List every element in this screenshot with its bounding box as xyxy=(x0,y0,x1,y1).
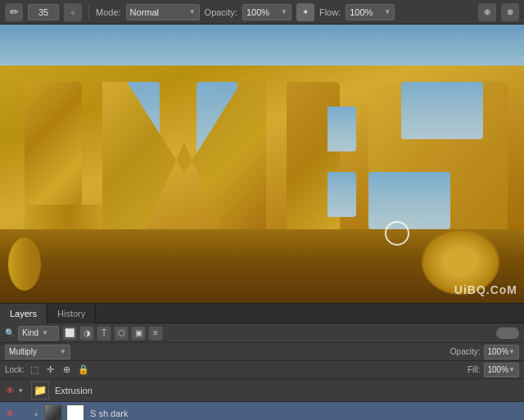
s-sh-dark-thumb xyxy=(44,404,62,421)
lock-position-icon[interactable]: ✛ xyxy=(44,364,57,377)
s-sh-dark-visibility-icon[interactable]: 👁 xyxy=(3,407,16,420)
layer-filter-row: 🔍 Kind ▼ ⬜ ◑ T ⬡ ▣ ≡ xyxy=(0,323,524,343)
layers-list: 👁 ▾ 📁 Extrusion 👁 ⇣ S sh dark 👁 ⇣ xyxy=(0,379,524,420)
lock-label: Lock: xyxy=(5,365,25,374)
blend-mode-chevron-icon: ▼ xyxy=(60,348,66,355)
opacity-chevron-icon: ▼ xyxy=(281,8,287,16)
fill-label: Fill: xyxy=(468,365,481,374)
smart-filter-icon[interactable]: ▣ xyxy=(131,326,146,341)
extrusion-group-name: Extrusion xyxy=(52,386,521,395)
kind-filter-label: Kind xyxy=(22,328,38,337)
folder-icon: 📁 xyxy=(34,384,47,396)
e-cutout-bottom xyxy=(328,172,356,217)
brush-tool-icon[interactable]: ✏ xyxy=(5,3,23,21)
shape-filter-icon[interactable]: ⬡ xyxy=(114,326,129,341)
layer-blend-row: Multiply ▼ Opacity: 100% ▼ xyxy=(0,343,524,361)
filter-icons-group: ⬜ ◑ T ⬡ ▣ ≡ xyxy=(62,326,163,341)
mode-chevron-icon: ▼ xyxy=(189,8,196,16)
opacity-label: Opacity: xyxy=(205,7,237,17)
tab-history-label: History xyxy=(57,309,85,318)
tab-history[interactable]: History xyxy=(47,304,96,323)
s-cutout-top xyxy=(401,82,483,139)
watermark: UiBQ.CoM xyxy=(454,283,517,296)
layers-panel: Layers History 🔍 Kind ▼ ⬜ ◑ T ⬡ ▣ ≡ Mult… xyxy=(0,303,524,420)
brush-size-value: 35 xyxy=(38,7,48,17)
adjustment-filter-icon[interactable]: ◑ xyxy=(79,326,94,341)
tab-layers-label: Layers xyxy=(10,309,37,318)
e-cutout-top xyxy=(328,106,356,151)
fill-group: Fill: 100% ▼ xyxy=(468,363,519,377)
brush-cursor xyxy=(385,221,409,246)
filter-toggle[interactable] xyxy=(496,327,519,339)
kind-filter-chevron-icon: ▼ xyxy=(42,329,48,336)
s-sh-dark-link-icon: ⇣ xyxy=(30,408,42,419)
s-sh-dark-name: S sh dark xyxy=(87,409,521,418)
layer-s-sh-dark[interactable]: 👁 ⇣ S sh dark xyxy=(0,402,524,420)
s-sh-dark-thumb-content xyxy=(45,405,61,421)
layer-lock-row: Lock: ⬚ ✛ ⊕ 🔒 Fill: 100% ▼ xyxy=(0,361,524,379)
opacity-label: Opacity: xyxy=(450,347,481,356)
brush-size-field[interactable]: 35 xyxy=(28,4,59,20)
extra-tool-2-icon[interactable]: ⊗ xyxy=(501,3,519,21)
lock-artboard-icon[interactable]: ⊕ xyxy=(61,364,74,377)
extrusion-collapse-icon[interactable]: ▾ xyxy=(19,386,29,395)
extra-filter-icon[interactable]: ≡ xyxy=(148,326,163,341)
opacity-val: 100% xyxy=(488,347,509,356)
filter-icon: 🔍 xyxy=(5,328,15,337)
s-cutout-bottom xyxy=(368,172,450,229)
extrusion-visibility-icon[interactable]: 👁 xyxy=(3,384,16,397)
extra-tool-1-icon[interactable]: ⊕ xyxy=(478,3,496,21)
opacity-input[interactable]: 100% ▼ xyxy=(484,345,520,359)
main-toolbar: ✏ 35 ⬦ Mode: Normal ▼ Opacity: 100% ▼ ✦ … xyxy=(0,0,524,25)
lock-pixels-icon[interactable]: ⬚ xyxy=(28,364,41,377)
hay-bale-left-partial xyxy=(8,237,41,291)
airbrush-icon[interactable]: ✦ xyxy=(296,3,314,21)
kind-filter-select[interactable]: Kind ▼ xyxy=(18,326,59,341)
opacity-select[interactable]: 100% ▼ xyxy=(242,4,291,20)
blend-mode-value: Multiply xyxy=(9,347,37,356)
mode-label: Mode: xyxy=(96,7,121,17)
lock-all-icon[interactable]: 🔒 xyxy=(77,364,90,377)
layer-extrusion-group[interactable]: 👁 ▾ 📁 Extrusion xyxy=(0,379,524,402)
opacity-value: 100% xyxy=(246,7,269,17)
canvas-area: UiBQ.CoM xyxy=(0,25,524,303)
divider-1 xyxy=(88,4,89,20)
s-sh-dark-mask-thumb xyxy=(66,404,84,421)
panel-tabs: Layers History xyxy=(0,304,524,323)
blend-mode-select[interactable]: Multiply ▼ xyxy=(5,345,70,359)
opacity-group: Opacity: 100% ▼ xyxy=(450,345,519,359)
s-sh-dark-mask-content xyxy=(67,405,84,421)
flow-value: 100% xyxy=(350,7,373,17)
fill-chevron-icon: ▼ xyxy=(508,366,515,373)
fill-val: 100% xyxy=(488,365,509,374)
mode-select[interactable]: Normal ▼ xyxy=(126,4,200,20)
flow-select[interactable]: 100% ▼ xyxy=(346,4,395,20)
opacity-input-chevron: ▼ xyxy=(508,348,515,355)
flow-chevron-icon: ▼ xyxy=(384,8,391,16)
tab-layers[interactable]: Layers xyxy=(0,304,47,323)
brush-preset-icon[interactable]: ⬦ xyxy=(64,3,82,21)
type-filter-icon[interactable]: T xyxy=(97,326,111,341)
mode-value: Normal xyxy=(130,7,159,17)
flow-label: Flow: xyxy=(319,7,341,17)
pixel-filter-icon[interactable]: ⬜ xyxy=(62,326,77,341)
extrusion-group-thumb: 📁 xyxy=(31,382,49,400)
fill-input[interactable]: 100% ▼ xyxy=(484,363,520,377)
